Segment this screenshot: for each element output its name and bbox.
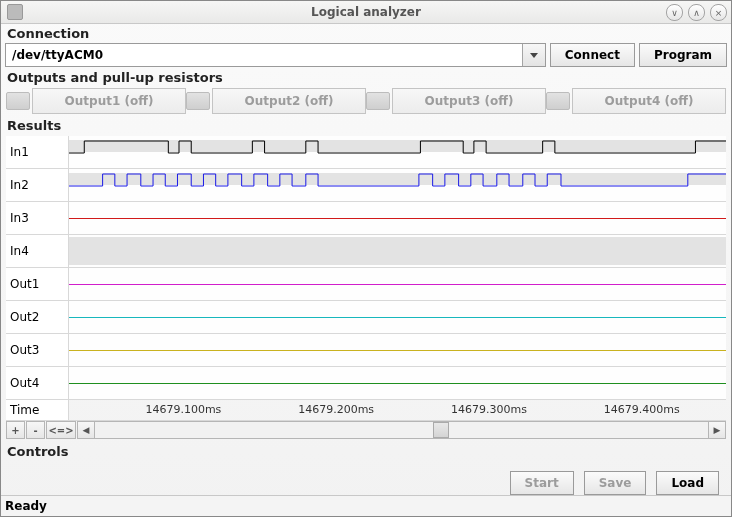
zoom-in-button[interactable]: + — [6, 421, 25, 439]
channel-plot-Out4[interactable] — [69, 367, 726, 399]
results-title: Results — [7, 118, 727, 133]
channel-plot-In1[interactable] — [69, 136, 726, 168]
channel-label-In2: In2 — [6, 169, 69, 201]
time-label: Time — [6, 400, 69, 420]
port-combobox[interactable] — [5, 43, 546, 67]
load-button[interactable]: Load — [656, 471, 719, 495]
output2-indicator — [186, 92, 210, 110]
zoom-out-button[interactable]: - — [26, 421, 45, 439]
channel-label-Out4: Out4 — [6, 367, 69, 399]
time-tick: 14679.400ms — [604, 403, 680, 416]
channel-label-In1: In1 — [6, 136, 69, 168]
time-tick: 14679.200ms — [298, 403, 374, 416]
channel-label-In3: In3 — [6, 202, 69, 234]
window-title: Logical analyzer — [1, 5, 731, 19]
scroll-thumb[interactable] — [433, 422, 449, 438]
time-tick: 14679.300ms — [451, 403, 527, 416]
status-bar: Ready — [1, 495, 731, 516]
minimize-button[interactable]: ∨ — [666, 4, 683, 21]
output1-indicator — [6, 92, 30, 110]
output3-indicator — [366, 92, 390, 110]
start-button[interactable]: Start — [510, 471, 574, 495]
time-tick: 14679.100ms — [145, 403, 221, 416]
time-scrollbar[interactable]: ◀▶ — [77, 421, 726, 439]
close-button[interactable]: × — [710, 4, 727, 21]
connection-title: Connection — [7, 26, 727, 41]
channel-label-In4: In4 — [6, 235, 69, 267]
output3-button[interactable]: Output3 (off) — [392, 88, 546, 114]
controls-title: Controls — [7, 444, 727, 459]
program-button[interactable]: Program — [639, 43, 727, 67]
port-input[interactable] — [6, 48, 522, 62]
connect-button[interactable]: Connect — [550, 43, 635, 67]
scroll-left-button[interactable]: ◀ — [77, 421, 95, 439]
scroll-right-button[interactable]: ▶ — [708, 421, 726, 439]
channel-plot-Out1[interactable] — [69, 268, 726, 300]
output4-indicator — [546, 92, 570, 110]
time-axis: 14679.100ms14679.200ms14679.300ms14679.4… — [69, 400, 726, 420]
output2-button[interactable]: Output2 (off) — [212, 88, 366, 114]
chevron-down-icon — [530, 53, 538, 58]
maximize-button[interactable]: ∧ — [688, 4, 705, 21]
channel-label-Out3: Out3 — [6, 334, 69, 366]
port-dropdown-button[interactable] — [522, 44, 545, 66]
channel-plot-Out3[interactable] — [69, 334, 726, 366]
titlebar: Logical analyzer ∨ ∧ × — [1, 1, 731, 24]
zoom-fit-button[interactable]: <=> — [46, 421, 76, 439]
channel-plot-In4[interactable] — [69, 235, 726, 267]
channel-plot-Out2[interactable] — [69, 301, 726, 333]
channel-label-Out1: Out1 — [6, 268, 69, 300]
save-button[interactable]: Save — [584, 471, 647, 495]
output1-button[interactable]: Output1 (off) — [32, 88, 186, 114]
results-grid: In1In2In3In4Out1Out2Out3Out4Time14679.10… — [5, 135, 727, 440]
channel-plot-In2[interactable] — [69, 169, 726, 201]
channel-plot-In3[interactable] — [69, 202, 726, 234]
output4-button[interactable]: Output4 (off) — [572, 88, 726, 114]
outputs-title: Outputs and pull-up resistors — [7, 70, 727, 85]
channel-label-Out2: Out2 — [6, 301, 69, 333]
